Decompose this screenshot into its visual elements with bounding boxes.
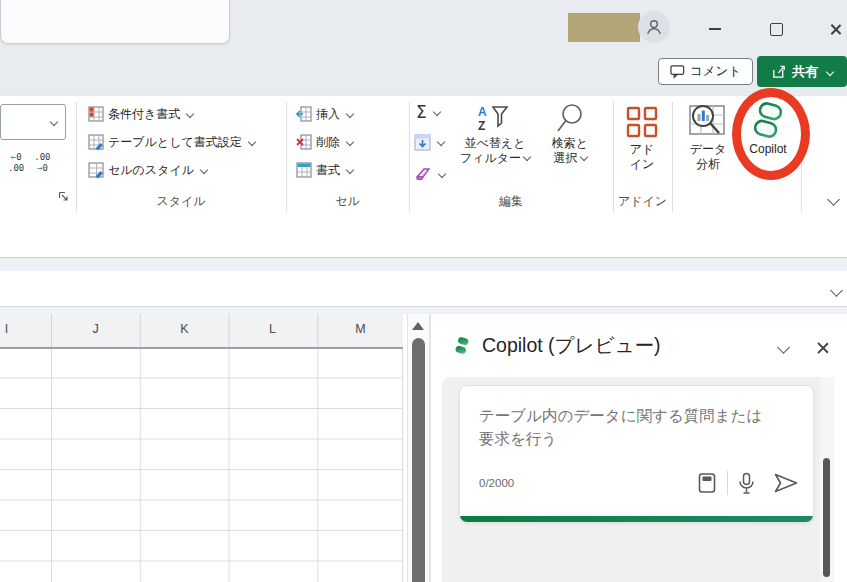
sort-filter-button[interactable]: AZ 並べ替えと フィルター — [455, 102, 535, 165]
copilot-label: Copilot — [749, 142, 786, 157]
comments-button[interactable]: コメント — [658, 58, 753, 85]
comments-label: コメント — [690, 63, 741, 80]
formula-bar[interactable] — [0, 271, 847, 307]
chevron-down-icon — [433, 108, 441, 116]
find-select-button[interactable]: 検索と 選択 — [538, 102, 602, 165]
scroll-up-arrow-icon[interactable] — [412, 322, 424, 330]
copilot-logo-icon — [748, 100, 788, 142]
chevron-down-icon — [830, 284, 843, 297]
pane-scrollbar-track[interactable] — [820, 377, 834, 582]
chevron-down-icon — [437, 138, 445, 146]
delete-cells-icon — [296, 134, 312, 150]
prompt-guide-icon[interactable] — [697, 472, 717, 494]
expand-formula-bar-button[interactable] — [829, 283, 841, 301]
column-header-J[interactable]: J — [51, 322, 140, 336]
copilot-chat-input-card[interactable]: テーブル内のデータに関する質問または 要求を行う 0/2000 — [459, 385, 814, 523]
increase-decimal-button[interactable]: ←←00 .00 — [8, 152, 24, 174]
formula-bar-lower-band — [0, 307, 847, 314]
share-dropdown-chevron-icon — [826, 67, 834, 75]
delete-cells-button[interactable]: 削除 — [296, 132, 353, 152]
scrollbar-thumb[interactable] — [412, 338, 425, 582]
copilot-button[interactable]: Copilot — [740, 100, 796, 157]
minimize-icon — [709, 28, 721, 30]
clear-button[interactable] — [414, 164, 445, 184]
addins-group-label: アドイン — [613, 193, 672, 210]
person-icon — [644, 17, 664, 37]
number-dialog-launcher[interactable] — [58, 191, 69, 202]
close-icon — [829, 23, 842, 36]
pane-scrollbar-thumb[interactable] — [823, 458, 830, 577]
cell-styles-label: セルのスタイル — [108, 162, 194, 179]
sort-filter-label-line1: 並べ替えと — [465, 136, 526, 151]
column-header-M[interactable]: M — [316, 322, 403, 336]
delete-cells-label: 削除 — [316, 134, 340, 151]
maximize-icon — [770, 23, 783, 36]
data-analysis-label-line2: 分析 — [696, 157, 720, 172]
addins-button[interactable]: アド イン — [613, 102, 671, 171]
chevron-down-icon — [247, 138, 255, 146]
copilot-pane-logo-icon — [452, 336, 472, 356]
column-header-K[interactable]: K — [140, 322, 229, 336]
data-analysis-icon — [688, 100, 728, 142]
format-cells-icon — [296, 162, 312, 178]
column-headers: I J K L M — [0, 314, 403, 349]
share-button[interactable]: 共有 — [757, 56, 847, 87]
copilot-pane-body: テーブル内のデータに関する質問または 要求を行う 0/2000 — [442, 377, 834, 582]
title-bar: コメント 共有 — [0, 0, 847, 95]
collapse-ribbon-button[interactable] — [826, 192, 838, 210]
group-separator — [672, 102, 673, 212]
share-icon — [771, 64, 786, 79]
data-analysis-button[interactable]: データ 分析 — [676, 100, 740, 171]
fill-down-icon — [414, 134, 431, 151]
cells-group-label: セル — [286, 193, 409, 210]
find-select-label-line2: 選択 — [554, 151, 587, 166]
close-icon — [816, 341, 829, 354]
search-magnifier-icon — [555, 102, 585, 136]
autosum-button[interactable]: Σ — [416, 102, 440, 122]
char-counter: 0/2000 — [479, 477, 697, 489]
format-as-table-icon — [88, 134, 104, 150]
account-avatar[interactable] — [638, 11, 670, 43]
cell-styles-button[interactable]: セルのスタイル — [88, 160, 207, 180]
close-pane-button[interactable] — [809, 336, 835, 358]
excel-window: コメント 共有 ←←00 .00 — [0, 0, 847, 582]
decrease-decimal-button[interactable]: .00 →0 — [34, 152, 50, 174]
minimize-button[interactable] — [698, 14, 732, 44]
insert-cells-button[interactable]: 挿入 — [296, 104, 353, 124]
addins-label-line2: イン — [630, 157, 655, 172]
addins-grid-icon — [626, 102, 658, 142]
column-header-I[interactable]: I — [0, 322, 51, 336]
card-accent-bar — [460, 516, 813, 522]
chevron-down-icon — [346, 138, 354, 146]
format-as-table-button[interactable]: テーブルとして書式設定 — [88, 132, 255, 152]
chevron-down-icon — [346, 110, 354, 118]
styles-group-label: スタイル — [76, 193, 286, 210]
format-cells-button[interactable]: 書式 — [296, 160, 353, 180]
column-header-L[interactable]: L — [228, 322, 317, 336]
fill-button[interactable] — [414, 132, 444, 152]
conditional-formatting-label: 条件付き書式 — [108, 106, 180, 123]
search-input[interactable] — [0, 0, 230, 44]
chevron-down-icon — [523, 152, 531, 160]
editing-group-label: 編集 — [409, 193, 613, 210]
conditional-formatting-button[interactable]: 条件付き書式 — [88, 104, 193, 124]
sheet-vertical-scrollbar[interactable] — [407, 314, 430, 582]
microphone-icon[interactable] — [738, 472, 755, 495]
find-select-label-line1: 検索と — [552, 136, 588, 151]
collapse-pane-button[interactable] — [769, 336, 795, 358]
svg-text:Z: Z — [478, 119, 485, 133]
close-button[interactable] — [818, 14, 847, 44]
comment-bubble-icon — [670, 64, 685, 79]
svg-text:A: A — [478, 105, 487, 119]
ribbon: ←←00 .00 .00 →0 条件付き書式 テーブルとして書 — [0, 95, 847, 258]
sort-filter-label-line2: フィルター — [460, 151, 530, 166]
account-name-redacted — [568, 13, 640, 42]
chevron-down-icon — [186, 110, 194, 118]
send-icon[interactable] — [773, 472, 799, 494]
chevron-down-icon — [200, 166, 208, 174]
number-format-combobox[interactable] — [0, 104, 66, 140]
maximize-button[interactable] — [759, 14, 793, 44]
addins-label-line1: アド — [630, 142, 655, 157]
eraser-icon — [414, 166, 432, 182]
sheet-grid[interactable] — [0, 349, 403, 582]
